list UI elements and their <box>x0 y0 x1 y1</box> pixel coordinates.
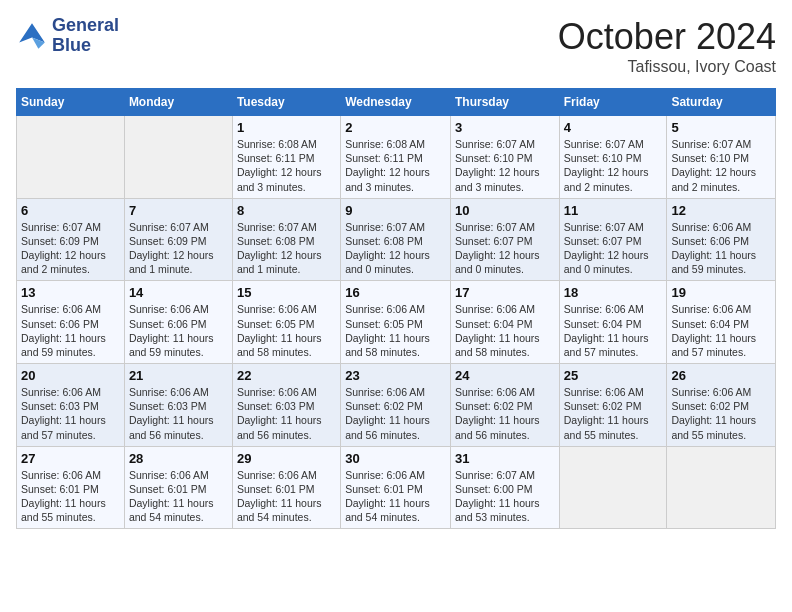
calendar-week-row: 27Sunrise: 6:06 AM Sunset: 6:01 PM Dayli… <box>17 446 776 529</box>
day-info: Sunrise: 6:07 AM Sunset: 6:09 PM Dayligh… <box>129 220 228 277</box>
calendar-cell: 17Sunrise: 6:06 AM Sunset: 6:04 PM Dayli… <box>450 281 559 364</box>
logo: General Blue <box>16 16 119 56</box>
weekday-header: Saturday <box>667 89 776 116</box>
day-number: 18 <box>564 285 663 300</box>
day-info: Sunrise: 6:06 AM Sunset: 6:04 PM Dayligh… <box>564 302 663 359</box>
day-info: Sunrise: 6:08 AM Sunset: 6:11 PM Dayligh… <box>345 137 446 194</box>
title-block: October 2024 Tafissou, Ivory Coast <box>558 16 776 76</box>
day-info: Sunrise: 6:06 AM Sunset: 6:01 PM Dayligh… <box>21 468 120 525</box>
day-number: 9 <box>345 203 446 218</box>
calendar-cell: 18Sunrise: 6:06 AM Sunset: 6:04 PM Dayli… <box>559 281 667 364</box>
day-info: Sunrise: 6:07 AM Sunset: 6:07 PM Dayligh… <box>564 220 663 277</box>
day-number: 28 <box>129 451 228 466</box>
calendar-cell: 21Sunrise: 6:06 AM Sunset: 6:03 PM Dayli… <box>124 364 232 447</box>
day-info: Sunrise: 6:06 AM Sunset: 6:04 PM Dayligh… <box>671 302 771 359</box>
day-number: 7 <box>129 203 228 218</box>
day-info: Sunrise: 6:06 AM Sunset: 6:03 PM Dayligh… <box>129 385 228 442</box>
calendar-cell: 11Sunrise: 6:07 AM Sunset: 6:07 PM Dayli… <box>559 198 667 281</box>
day-number: 30 <box>345 451 446 466</box>
calendar-cell <box>667 446 776 529</box>
calendar-cell: 1Sunrise: 6:08 AM Sunset: 6:11 PM Daylig… <box>232 116 340 199</box>
day-info: Sunrise: 6:06 AM Sunset: 6:02 PM Dayligh… <box>455 385 555 442</box>
day-info: Sunrise: 6:06 AM Sunset: 6:03 PM Dayligh… <box>237 385 336 442</box>
calendar-cell: 12Sunrise: 6:06 AM Sunset: 6:06 PM Dayli… <box>667 198 776 281</box>
logo-icon <box>16 20 48 52</box>
calendar-cell: 26Sunrise: 6:06 AM Sunset: 6:02 PM Dayli… <box>667 364 776 447</box>
weekday-header: Friday <box>559 89 667 116</box>
day-number: 1 <box>237 120 336 135</box>
weekday-header: Wednesday <box>341 89 451 116</box>
day-number: 27 <box>21 451 120 466</box>
day-info: Sunrise: 6:07 AM Sunset: 6:09 PM Dayligh… <box>21 220 120 277</box>
day-number: 12 <box>671 203 771 218</box>
day-info: Sunrise: 6:07 AM Sunset: 6:08 PM Dayligh… <box>345 220 446 277</box>
day-number: 19 <box>671 285 771 300</box>
day-number: 6 <box>21 203 120 218</box>
day-info: Sunrise: 6:06 AM Sunset: 6:06 PM Dayligh… <box>129 302 228 359</box>
day-number: 14 <box>129 285 228 300</box>
day-info: Sunrise: 6:07 AM Sunset: 6:00 PM Dayligh… <box>455 468 555 525</box>
day-number: 15 <box>237 285 336 300</box>
page-header: General Blue October 2024 Tafissou, Ivor… <box>16 16 776 76</box>
day-info: Sunrise: 6:06 AM Sunset: 6:06 PM Dayligh… <box>21 302 120 359</box>
day-info: Sunrise: 6:06 AM Sunset: 6:06 PM Dayligh… <box>671 220 771 277</box>
calendar-cell: 19Sunrise: 6:06 AM Sunset: 6:04 PM Dayli… <box>667 281 776 364</box>
weekday-header: Thursday <box>450 89 559 116</box>
calendar-cell: 4Sunrise: 6:07 AM Sunset: 6:10 PM Daylig… <box>559 116 667 199</box>
logo-text: General Blue <box>52 16 119 56</box>
day-number: 17 <box>455 285 555 300</box>
day-info: Sunrise: 6:06 AM Sunset: 6:02 PM Dayligh… <box>564 385 663 442</box>
day-number: 25 <box>564 368 663 383</box>
day-number: 29 <box>237 451 336 466</box>
calendar-week-row: 1Sunrise: 6:08 AM Sunset: 6:11 PM Daylig… <box>17 116 776 199</box>
day-number: 10 <box>455 203 555 218</box>
calendar-cell: 5Sunrise: 6:07 AM Sunset: 6:10 PM Daylig… <box>667 116 776 199</box>
weekday-header: Sunday <box>17 89 125 116</box>
calendar-table: SundayMondayTuesdayWednesdayThursdayFrid… <box>16 88 776 529</box>
svg-marker-0 <box>19 23 45 42</box>
calendar-cell: 30Sunrise: 6:06 AM Sunset: 6:01 PM Dayli… <box>341 446 451 529</box>
day-number: 4 <box>564 120 663 135</box>
calendar-cell: 22Sunrise: 6:06 AM Sunset: 6:03 PM Dayli… <box>232 364 340 447</box>
calendar-week-row: 6Sunrise: 6:07 AM Sunset: 6:09 PM Daylig… <box>17 198 776 281</box>
calendar-cell: 2Sunrise: 6:08 AM Sunset: 6:11 PM Daylig… <box>341 116 451 199</box>
day-info: Sunrise: 6:06 AM Sunset: 6:05 PM Dayligh… <box>237 302 336 359</box>
day-number: 21 <box>129 368 228 383</box>
day-number: 3 <box>455 120 555 135</box>
weekday-header-row: SundayMondayTuesdayWednesdayThursdayFrid… <box>17 89 776 116</box>
calendar-cell: 8Sunrise: 6:07 AM Sunset: 6:08 PM Daylig… <box>232 198 340 281</box>
day-number: 13 <box>21 285 120 300</box>
calendar-cell: 10Sunrise: 6:07 AM Sunset: 6:07 PM Dayli… <box>450 198 559 281</box>
calendar-cell: 25Sunrise: 6:06 AM Sunset: 6:02 PM Dayli… <box>559 364 667 447</box>
calendar-cell: 6Sunrise: 6:07 AM Sunset: 6:09 PM Daylig… <box>17 198 125 281</box>
day-number: 22 <box>237 368 336 383</box>
calendar-cell: 15Sunrise: 6:06 AM Sunset: 6:05 PM Dayli… <box>232 281 340 364</box>
day-number: 23 <box>345 368 446 383</box>
calendar-cell: 13Sunrise: 6:06 AM Sunset: 6:06 PM Dayli… <box>17 281 125 364</box>
day-info: Sunrise: 6:06 AM Sunset: 6:01 PM Dayligh… <box>237 468 336 525</box>
calendar-cell: 3Sunrise: 6:07 AM Sunset: 6:10 PM Daylig… <box>450 116 559 199</box>
day-number: 2 <box>345 120 446 135</box>
day-info: Sunrise: 6:07 AM Sunset: 6:07 PM Dayligh… <box>455 220 555 277</box>
calendar-cell: 23Sunrise: 6:06 AM Sunset: 6:02 PM Dayli… <box>341 364 451 447</box>
calendar-cell: 20Sunrise: 6:06 AM Sunset: 6:03 PM Dayli… <box>17 364 125 447</box>
calendar-week-row: 20Sunrise: 6:06 AM Sunset: 6:03 PM Dayli… <box>17 364 776 447</box>
calendar-cell <box>559 446 667 529</box>
calendar-cell: 31Sunrise: 6:07 AM Sunset: 6:00 PM Dayli… <box>450 446 559 529</box>
day-info: Sunrise: 6:07 AM Sunset: 6:10 PM Dayligh… <box>564 137 663 194</box>
day-number: 8 <box>237 203 336 218</box>
calendar-cell <box>124 116 232 199</box>
day-info: Sunrise: 6:06 AM Sunset: 6:03 PM Dayligh… <box>21 385 120 442</box>
day-number: 5 <box>671 120 771 135</box>
day-info: Sunrise: 6:08 AM Sunset: 6:11 PM Dayligh… <box>237 137 336 194</box>
calendar-cell: 28Sunrise: 6:06 AM Sunset: 6:01 PM Dayli… <box>124 446 232 529</box>
day-info: Sunrise: 6:06 AM Sunset: 6:01 PM Dayligh… <box>129 468 228 525</box>
calendar-cell: 24Sunrise: 6:06 AM Sunset: 6:02 PM Dayli… <box>450 364 559 447</box>
day-info: Sunrise: 6:06 AM Sunset: 6:04 PM Dayligh… <box>455 302 555 359</box>
day-number: 26 <box>671 368 771 383</box>
calendar-cell: 9Sunrise: 6:07 AM Sunset: 6:08 PM Daylig… <box>341 198 451 281</box>
day-number: 31 <box>455 451 555 466</box>
day-info: Sunrise: 6:07 AM Sunset: 6:10 PM Dayligh… <box>671 137 771 194</box>
day-info: Sunrise: 6:06 AM Sunset: 6:01 PM Dayligh… <box>345 468 446 525</box>
location-title: Tafissou, Ivory Coast <box>558 58 776 76</box>
